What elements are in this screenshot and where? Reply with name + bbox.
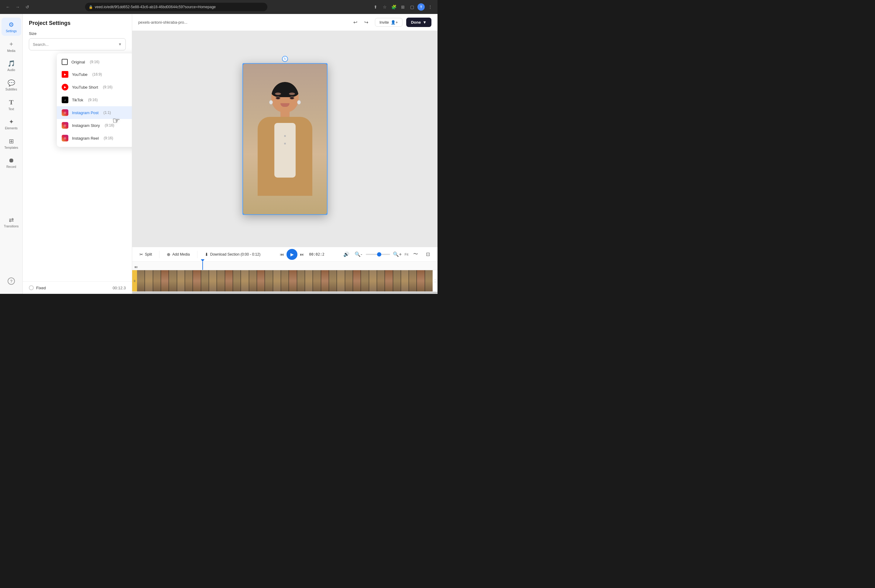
playhead[interactable] xyxy=(202,262,203,270)
sidebar-item-text[interactable]: T Text xyxy=(2,95,21,114)
url-text: veed.io/edit/9f1dd652-5e88-43c6-ab18-46b… xyxy=(95,5,216,9)
sidebar-item-settings[interactable]: ⚙ Settings xyxy=(2,18,21,36)
dropdown-item-original[interactable]: Original (9:16) xyxy=(57,56,132,68)
zoom-slider[interactable] xyxy=(366,254,390,255)
invite-button[interactable]: Invite 👤+ xyxy=(375,18,403,27)
scrollbar-thumb[interactable] xyxy=(132,292,438,294)
user-avatar[interactable]: T xyxy=(418,3,425,10)
track-frame xyxy=(409,270,416,291)
track-frame xyxy=(169,270,176,291)
refresh-button[interactable]: ↺ xyxy=(23,3,32,11)
zoom-out-button[interactable]: 🔍- xyxy=(354,249,363,259)
extension-icon[interactable]: 🧩 xyxy=(390,3,397,10)
track-frame xyxy=(425,270,433,291)
fullscreen-button[interactable]: ⊡ xyxy=(423,249,433,259)
dropdown-item-youtube-short[interactable]: ▶ YouTube Short (9:16) xyxy=(57,81,132,93)
dropdown-item-tiktok[interactable]: ♪ TikTok (9:16) xyxy=(57,93,132,106)
timeline-area: ✂ Split ⊕ Add Media ⬇ Download Section (… xyxy=(132,247,438,294)
invite-icon: 👤+ xyxy=(391,20,398,25)
dropdown-item-instagram-reel[interactable]: ◎ Instagram Reel (9:16) xyxy=(57,132,132,144)
sidebar-item-subtitles[interactable]: 💬 Subtitles xyxy=(2,76,21,94)
track-frame xyxy=(241,270,248,291)
address-bar[interactable]: 🔒 veed.io/edit/9f1dd652-5e88-43c6-ab18-4… xyxy=(85,3,268,11)
person-body xyxy=(258,117,312,196)
grid-icon[interactable]: ⊞ xyxy=(399,3,406,10)
sidebar-label-audio: Audio xyxy=(7,68,15,72)
redo-button[interactable]: ↪ xyxy=(362,18,371,27)
add-media-button[interactable]: ⊕ Add Media xyxy=(164,250,192,258)
timeline-toolbar: ✂ Split ⊕ Add Media ⬇ Download Section (… xyxy=(132,247,438,262)
skip-back-button[interactable]: ⏮ xyxy=(280,252,284,257)
instagram-story-icon: ◎ xyxy=(62,122,68,129)
sidebar-label-settings: Settings xyxy=(6,30,17,33)
track-frame xyxy=(321,270,329,291)
sidebar-item-help[interactable]: ? xyxy=(2,272,21,290)
skip-forward-button[interactable]: ⏭ xyxy=(300,252,304,257)
sidebar-item-templates[interactable]: ⊞ Templates xyxy=(2,134,21,152)
menu-icon[interactable]: ⋮ xyxy=(427,3,434,10)
track-frame xyxy=(297,270,305,291)
track-handle-left[interactable]: ⏸ xyxy=(132,270,137,291)
playback-controls: ⏮ ▶ ⏭ xyxy=(280,249,304,260)
volume-button[interactable]: 🔊 xyxy=(341,249,351,259)
dropdown-item-youtube[interactable]: ▶ YouTube (16:9) xyxy=(57,68,132,81)
track-frame xyxy=(369,270,377,291)
add-media-label: Add Media xyxy=(172,252,189,256)
download-section-button[interactable]: ⬇ Download Section (0:00 - 0:12) xyxy=(202,250,263,258)
sidebar-label-elements: Elements xyxy=(5,127,18,130)
window-icon[interactable]: ▢ xyxy=(408,3,416,10)
track-frame xyxy=(145,270,152,291)
undo-button[interactable]: ↩ xyxy=(350,18,360,27)
dropdown-item-instagram-story[interactable]: ◎ Instagram Story (9:16) xyxy=(57,119,132,132)
play-button[interactable]: ▶ xyxy=(287,249,298,260)
track-handle-right[interactable]: ⋮⋮ xyxy=(433,270,438,291)
search-input[interactable] xyxy=(33,42,116,47)
top-bar-actions: ↩ ↪ Invite 👤+ Done ▼ xyxy=(350,18,431,27)
waveform-button[interactable]: 〜 xyxy=(411,249,421,259)
invite-label: Invite xyxy=(379,20,389,25)
sidebar-item-media[interactable]: ＋ Media xyxy=(2,37,21,55)
sidebar-item-audio[interactable]: 🎵 Audio xyxy=(2,57,21,75)
timeline-scrollbar[interactable] xyxy=(132,291,438,294)
sidebar-item-record[interactable]: ⏺ Record xyxy=(2,154,21,172)
zoom-in-button[interactable]: 🔍+ xyxy=(392,249,402,259)
track-frame xyxy=(193,270,200,291)
split-button[interactable]: ✂ Split xyxy=(137,250,154,258)
track-frame xyxy=(161,270,168,291)
track-frame xyxy=(153,270,161,291)
video-preview-area: ↻ xyxy=(132,31,438,247)
forward-button[interactable]: → xyxy=(14,3,22,11)
sidebar-item-transitions[interactable]: ⇄ Transitions xyxy=(2,213,21,231)
sidebar-label-record: Record xyxy=(6,165,16,168)
instagram-post-icon: ◎ xyxy=(62,109,68,116)
track-frame xyxy=(353,270,361,291)
track-frame xyxy=(273,270,281,291)
search-bar[interactable]: ▼ xyxy=(29,38,126,50)
track-frame xyxy=(281,270,289,291)
sidebar-label-subtitles: Subtitles xyxy=(6,88,17,91)
audio-icon: 🎵 xyxy=(8,60,15,67)
browser-actions: ⬆ ☆ 🧩 ⊞ ▢ T ⋮ xyxy=(372,3,434,10)
add-media-icon: ⊕ xyxy=(167,252,170,257)
track-frames[interactable] xyxy=(137,270,433,291)
elements-icon: ✦ xyxy=(9,118,14,125)
track-frame xyxy=(345,270,353,291)
fixed-radio[interactable]: Fixed xyxy=(29,285,46,290)
time-display: 00:02:2 xyxy=(309,252,325,256)
settings-icon: ⚙ xyxy=(9,21,14,28)
star-icon[interactable]: ☆ xyxy=(381,3,388,10)
rotate-handle[interactable]: ↻ xyxy=(282,56,288,62)
share-icon[interactable]: ⬆ xyxy=(372,3,379,10)
download-icon: ⬇ xyxy=(205,252,208,257)
video-frame[interactable] xyxy=(242,63,328,215)
timeline-track: ⏸ xyxy=(132,270,438,291)
original-icon xyxy=(62,59,68,65)
radio-circle xyxy=(29,285,34,290)
sidebar-item-elements[interactable]: ✦ Elements xyxy=(2,115,21,133)
dropdown-item-instagram-post[interactable]: ◎ Instagram Post (1:1) xyxy=(57,106,132,119)
sidebar-label-transitions: Transitions xyxy=(4,225,19,228)
back-button[interactable]: ← xyxy=(4,3,12,11)
browser-nav-buttons: ← → ↺ xyxy=(4,3,32,11)
done-button[interactable]: Done ▼ xyxy=(406,18,431,27)
instagram-story-ratio: (9:16) xyxy=(105,123,114,128)
